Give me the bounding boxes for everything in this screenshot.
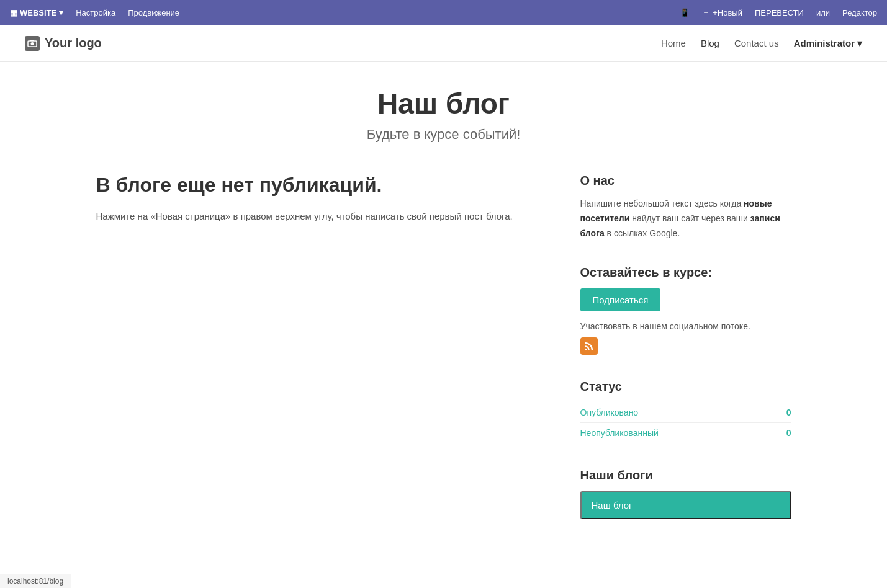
no-posts-title: В блоге еще нет публикаций. — [96, 174, 543, 197]
content-layout: В блоге еще нет публикаций. Нажмите на «… — [96, 174, 791, 544]
admin-bar-right: 📱 ＋ +Новый ПЕРЕВЕСТИ или Редактор — [680, 7, 877, 18]
admin-bar-left: ▦ WEBSITE ▾ Настройка Продвижение — [10, 8, 680, 17]
admin-settings-link[interactable]: Настройка — [76, 8, 115, 17]
status-bar: localhost:81/blog — [0, 574, 71, 581]
website-label: WEBSITE — [20, 8, 56, 17]
about-section: О нас Напишите небольшой текст здесь ког… — [580, 174, 791, 241]
no-posts-desc: Нажмите на «Новая страница» в правом вер… — [96, 209, 543, 224]
chevron-down-icon: ▾ — [59, 8, 63, 17]
blog-title: Наш блог — [96, 87, 791, 120]
status-section: Статус Опубликовано 0 Неопубликованный 0 — [580, 380, 791, 443]
grid-icon: ▦ — [10, 8, 17, 17]
about-title: О нас — [580, 174, 791, 188]
nav-home[interactable]: Home — [661, 38, 686, 48]
social-text: Участвовать в нашем социальном потоке. — [580, 321, 791, 331]
site-header: Your logo Home Blog Contact us Administr… — [0, 25, 887, 62]
svg-rect-2 — [30, 40, 34, 41]
svg-point-1 — [31, 42, 34, 45]
nav-blog[interactable]: Blog — [701, 38, 719, 48]
plus-icon: ＋ — [702, 7, 710, 18]
chevron-down-icon: ▾ — [857, 38, 862, 49]
admin-website-menu[interactable]: ▦ WEBSITE ▾ — [10, 8, 63, 17]
site-logo[interactable]: Your logo — [25, 36, 102, 51]
svg-point-3 — [585, 349, 587, 350]
sidebar: О нас Напишите небольшой текст здесь ког… — [580, 174, 791, 544]
admin-dropdown[interactable]: Administrator ▾ — [794, 38, 862, 49]
subscribe-button[interactable]: Подписаться — [580, 288, 661, 311]
logo-text: Your logo — [45, 36, 102, 50]
our-blogs-title: Наши блоги — [580, 468, 791, 483]
main-wrapper: Наш блог Будьте в курсе событий! В блоге… — [71, 62, 816, 581]
main-content: В блоге еще нет публикаций. Нажмите на «… — [96, 174, 543, 224]
url-text: localhost:81/blog — [7, 577, 63, 581]
nav-contact[interactable]: Contact us — [734, 38, 779, 48]
blog-hero: Наш блог Будьте в курсе событий! — [96, 87, 791, 143]
admin-promotion-link[interactable]: Продвижение — [128, 8, 179, 17]
about-text: Напишите небольшой текст здесь когда нов… — [580, 197, 791, 241]
stay-updated-title: Оставайтесь в курсе: — [580, 265, 791, 280]
admin-or-label: или — [816, 8, 830, 17]
status-title: Статус — [580, 380, 791, 394]
status-published-row: Опубликовано 0 — [580, 403, 791, 423]
blog-subtitle: Будьте в курсе событий! — [96, 127, 791, 143]
stay-updated-section: Оставайтесь в курсе: Подписаться Участво… — [580, 265, 791, 355]
admin-bar: ▦ WEBSITE ▾ Настройка Продвижение 📱 ＋ +Н… — [0, 0, 887, 25]
logo-icon — [25, 36, 40, 51]
status-published-link[interactable]: Опубликовано — [580, 408, 639, 417]
admin-editor-link[interactable]: Редактор — [842, 8, 877, 17]
site-nav: Home Blog Contact us Administrator ▾ — [661, 38, 862, 49]
status-unpublished-row: Неопубликованный 0 — [580, 423, 791, 443]
admin-label: Administrator — [794, 38, 855, 48]
status-unpublished-link[interactable]: Неопубликованный — [580, 428, 659, 438]
our-blog-button[interactable]: Наш блог — [580, 491, 791, 519]
our-blogs-section: Наши блоги Наш блог — [580, 468, 791, 519]
status-published-count: 0 — [786, 408, 791, 417]
mobile-icon[interactable]: 📱 — [680, 8, 690, 17]
rss-icon[interactable] — [580, 337, 598, 355]
status-unpublished-count: 0 — [786, 428, 791, 438]
admin-translate-link[interactable]: ПЕРЕВЕСТИ — [755, 8, 804, 17]
admin-new-button[interactable]: ＋ +Новый — [702, 7, 742, 18]
